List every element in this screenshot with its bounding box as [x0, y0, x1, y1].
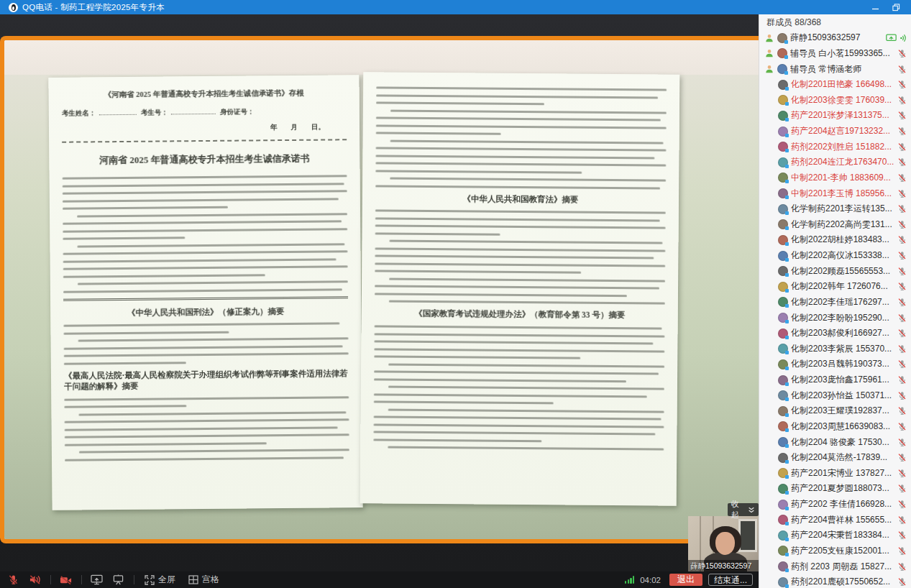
member-person-icon: [765, 64, 775, 74]
member-row[interactable]: 化制2203庞怡鑫175961...: [759, 372, 911, 388]
muted-mic-icon: [897, 96, 907, 105]
member-name: 化制2022胡桂婷183483...: [791, 234, 894, 246]
member-avatar: [778, 561, 788, 571]
member-avatar: [778, 468, 788, 478]
member-avatar: [778, 577, 788, 587]
member-row[interactable]: 药剂 2203 周朝磊 15827...: [759, 559, 911, 574]
member-avatar: [778, 390, 788, 400]
member-avatar: [778, 344, 788, 354]
stub-field-name: 考生姓名：: [62, 109, 96, 116]
member-name: 化制2203周慧16639083...: [791, 421, 894, 433]
camera-off-button[interactable]: [58, 574, 73, 587]
member-row[interactable]: 药剂2202刘胜启 151882...: [759, 139, 911, 155]
member-avatar: [778, 453, 788, 463]
speaker-muted-button[interactable]: [27, 574, 42, 587]
member-row[interactable]: 化制2201田艳豪 166498...: [759, 77, 911, 93]
member-row[interactable]: 化制2202顾磊15565553...: [759, 263, 911, 279]
title-bar: QQ电话 - 制药工程学院2025年专升本: [0, 0, 911, 14]
member-panel: 群成员 88/368 薛静15093632597辅导员 白小茗15993365.…: [759, 14, 911, 588]
member-row[interactable]: 辅导员 常博涵老师: [759, 61, 911, 77]
stub-title: 《河南省 2025 年普通高校专升本招生考生诚信承诺书》存根: [62, 88, 347, 100]
member-row[interactable]: 药产2205支钰康152001...: [759, 543, 911, 559]
member-row[interactable]: 化制2202李佳瑶176297...: [759, 295, 911, 311]
member-avatar: [778, 127, 788, 137]
minimize-button[interactable]: [871, 2, 881, 12]
member-avatar: [778, 530, 788, 541]
muted-mic-icon: [897, 438, 907, 447]
member-row[interactable]: 药产2204曹祥林 155655...: [759, 512, 911, 528]
member-row[interactable]: 化学制药2202高尚雯131...: [759, 217, 911, 233]
member-row[interactable]: 化制2203郝俊利166927...: [759, 326, 911, 341]
muted-mic-icon: [897, 204, 907, 213]
toolbar-divider: [50, 575, 51, 584]
member-name: 药产2204曹祥林 155655...: [791, 514, 894, 526]
member-name: 药产2204宋秉哲183384...: [791, 529, 894, 541]
member-name: 药剂2202刘胜启 151882...: [791, 141, 894, 153]
member-avatar: [778, 95, 788, 105]
self-video-thumbnail[interactable]: 薛静15093632597: [688, 516, 759, 571]
member-row[interactable]: 中制2201李玉博 185956...: [759, 185, 911, 201]
member-row[interactable]: 薛静15093632597: [759, 30, 911, 46]
member-row[interactable]: 化制2203李紫辰 155370...: [759, 341, 911, 357]
member-row[interactable]: 药产2204赵言19713232...: [759, 124, 911, 139]
member-row[interactable]: 化制2203徐雯雯 176039...: [759, 93, 911, 109]
collapse-video-button[interactable]: 收起: [728, 503, 759, 516]
member-row[interactable]: 药产2201夏梦圆188073...: [759, 481, 911, 497]
member-name: 药产2201夏梦圆188073...: [791, 482, 894, 495]
member-row[interactable]: 药剂2204连江龙1763470...: [759, 155, 911, 170]
muted-mic-icon: [897, 422, 907, 431]
member-row[interactable]: 药产2204宋秉哲183384...: [759, 528, 911, 543]
member-name: 化制2204 骆俊豪 17530...: [791, 436, 894, 449]
call-duration: 04:02: [640, 576, 661, 584]
member-row[interactable]: 化制2202高仪冰153338...: [759, 248, 911, 264]
member-name: 药产2204赵言19713232...: [791, 125, 894, 137]
member-row[interactable]: 辅导员 白小茗15993365...: [759, 46, 911, 62]
member-name: 化学制药2202高尚雯131...: [791, 219, 894, 231]
exit-button[interactable]: 退出: [669, 574, 702, 586]
member-row[interactable]: 化学制药2201李运转135...: [759, 201, 911, 217]
member-avatar: [778, 266, 788, 276]
whiteboard-button[interactable]: [111, 574, 125, 587]
stub-field-id: 身份证号：: [220, 108, 255, 115]
member-row[interactable]: 化制2202韩年 1726076...: [759, 279, 911, 295]
muted-mic-icon: [897, 251, 907, 260]
member-row[interactable]: 化制2203孙怡益 150371...: [759, 387, 911, 403]
member-row[interactable]: 药产2201宋博业 137827...: [759, 466, 911, 482]
self-video-name-label: 薛静15093632597: [688, 560, 759, 571]
microphone-muted-button[interactable]: [6, 574, 20, 587]
document-main-title: 河南省 2025 年普通高校专升本招生考生诚信承诺书: [62, 152, 347, 167]
muted-mic-icon: [897, 562, 907, 571]
muted-mic-icon: [897, 65, 907, 74]
member-row[interactable]: 化制2203王耀璞192837...: [759, 403, 911, 419]
member-panel-header: 群成员 88/368: [759, 14, 911, 30]
end-call-button[interactable]: 结束通...: [708, 574, 753, 586]
member-avatar: [778, 173, 788, 183]
member-row[interactable]: 化制2203吕魏韩190373...: [759, 357, 911, 372]
member-avatar: [778, 359, 788, 369]
member-avatar: [778, 515, 788, 525]
member-row[interactable]: 化制2202李盼盼195290...: [759, 310, 911, 326]
speaker-person: [715, 532, 735, 555]
body-text-blurred: [63, 323, 348, 365]
section-title-judicial-interpretation: 《最高人民法院·最高人民检察院关于办理组织考试作弊等刑事案件适用法律若干问题的解…: [64, 368, 349, 392]
double-chevron-down-icon: [748, 506, 755, 514]
member-row[interactable]: 药产2201张梦泽131375...: [759, 108, 911, 124]
member-row[interactable]: 药产2202 李佳倩166928...: [759, 497, 911, 513]
member-row[interactable]: 化制2204莫浩然-17839...: [759, 450, 911, 466]
member-row[interactable]: 化制2022胡桂婷183483...: [759, 232, 911, 248]
member-name: 辅导员 白小茗15993365...: [790, 47, 894, 60]
qq-logo-icon: [9, 3, 18, 12]
member-name: 化制2202李佳瑶176297...: [791, 296, 894, 308]
member-name: 药产2201宋博业 137827...: [791, 467, 894, 479]
screen-share-button[interactable]: [89, 574, 104, 587]
stub-field-exam-no: 考生号：: [141, 109, 168, 116]
muted-mic-icon: [897, 577, 907, 587]
member-row[interactable]: 药剂2201鹿硕17550652...: [759, 574, 911, 588]
fullscreen-button[interactable]: 全屏: [145, 574, 175, 586]
member-avatar: [778, 235, 788, 245]
restore-button[interactable]: [891, 2, 901, 12]
member-row[interactable]: 化制2203周慧16639083...: [759, 419, 911, 435]
member-row[interactable]: 化制2204 骆俊豪 17530...: [759, 434, 911, 450]
grid-view-button[interactable]: 宫格: [188, 574, 219, 586]
member-row[interactable]: 中制2201-李帅 1883609...: [759, 170, 911, 186]
